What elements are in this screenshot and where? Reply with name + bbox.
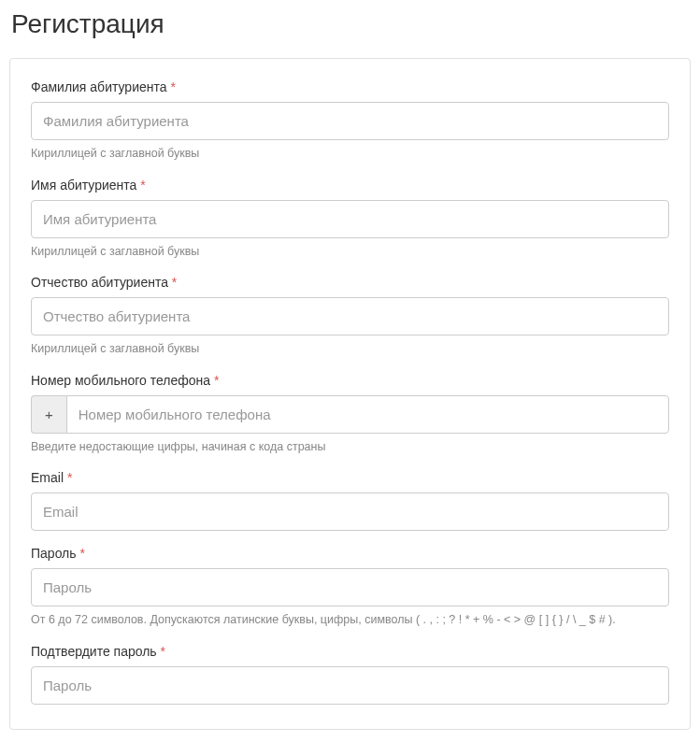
phone-label: Номер мобильного телефона * <box>31 373 669 388</box>
phone-label-text: Номер мобильного телефона <box>31 373 210 388</box>
patronymic-help: Кириллицей с заглавной буквы <box>31 341 669 358</box>
firstname-help: Кириллицей с заглавной буквы <box>31 244 669 261</box>
required-mark: * <box>79 546 84 561</box>
firstname-group: Имя абитуриента * Кириллицей с заглавной… <box>31 178 669 261</box>
required-mark: * <box>172 275 177 290</box>
patronymic-label: Отчество абитуриента * <box>31 275 669 290</box>
firstname-label: Имя абитуриента * <box>31 178 669 193</box>
password-confirm-label-text: Подтвердите пароль <box>31 644 157 659</box>
required-mark: * <box>67 470 72 485</box>
password-input[interactable] <box>31 568 669 606</box>
lastname-group: Фамилия абитуриента * Кириллицей с загла… <box>31 79 669 163</box>
phone-group: Номер мобильного телефона * + Введите не… <box>31 373 669 456</box>
required-mark: * <box>170 79 175 94</box>
password-label-text: Пароль <box>31 546 77 561</box>
password-help: От 6 до 72 символов. Допускаются латинск… <box>31 612 669 629</box>
patronymic-label-text: Отчество абитуриента <box>31 275 168 290</box>
lastname-label-text: Фамилия абитуриента <box>31 79 167 94</box>
password-group: Пароль * От 6 до 72 символов. Допускаютс… <box>31 546 669 629</box>
phone-input[interactable] <box>66 395 669 434</box>
password-confirm-group: Подтвердите пароль * <box>31 644 669 705</box>
required-mark: * <box>214 373 219 388</box>
password-confirm-input[interactable] <box>31 666 669 705</box>
lastname-label: Фамилия абитуриента * <box>31 79 669 94</box>
page-title: Регистрация <box>9 9 691 39</box>
email-label: Email * <box>31 470 669 485</box>
patronymic-group: Отчество абитуриента * Кириллицей с загл… <box>31 275 669 358</box>
email-input[interactable] <box>31 492 669 531</box>
phone-prefix: + <box>31 395 66 434</box>
lastname-help: Кириллицей с заглавной буквы <box>31 146 669 163</box>
required-mark: * <box>140 178 145 193</box>
password-confirm-label: Подтвердите пароль * <box>31 644 669 659</box>
password-label: Пароль * <box>31 546 669 561</box>
registration-form: Фамилия абитуриента * Кириллицей с загла… <box>9 58 691 730</box>
patronymic-input[interactable] <box>31 297 669 335</box>
email-group: Email * <box>31 470 669 531</box>
lastname-input[interactable] <box>31 102 669 140</box>
firstname-input[interactable] <box>31 200 669 238</box>
phone-help: Введите недостающие цифры, начиная с код… <box>31 439 669 456</box>
firstname-label-text: Имя абитуриента <box>31 178 136 193</box>
email-label-text: Email <box>31 470 64 485</box>
phone-input-group: + <box>31 395 669 434</box>
required-mark: * <box>161 644 165 659</box>
